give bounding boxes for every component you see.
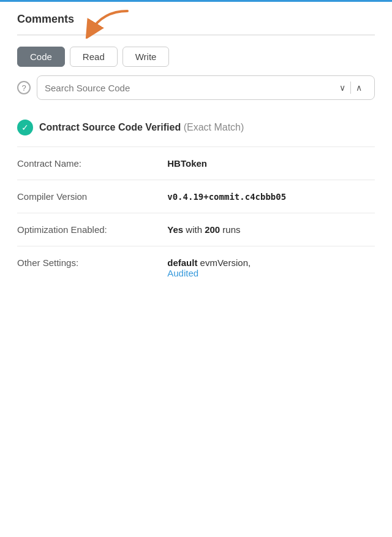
- chevron-down-button[interactable]: ∨: [334, 82, 351, 94]
- table-row-compiler: Compiler Version v0.4.19+commit.c4cbbb05: [17, 180, 375, 213]
- help-icon[interactable]: ?: [17, 81, 31, 94]
- contract-info-table: Contract Name: HBToken Compiler Version …: [17, 147, 375, 289]
- comments-title: Comments: [17, 13, 74, 26]
- search-input[interactable]: [45, 83, 334, 93]
- comments-section: Comments Code Read Write ? ∨ ∧: [0, 2, 392, 289]
- value-contract-name: HBToken: [167, 147, 375, 180]
- tab-row: Code Read Write: [17, 36, 375, 75]
- table-row-optimization: Optimization Enabled: Yes with 200 runs: [17, 213, 375, 246]
- value-compiler-version: v0.4.19+commit.c4cbbb05: [167, 180, 375, 213]
- settings-audited-link[interactable]: Audited: [167, 268, 198, 278]
- search-container: ∨ ∧: [37, 75, 375, 100]
- contract-name-value: HBToken: [167, 158, 207, 169]
- verified-row: ✓ Contract Source Code Verified (Exact M…: [17, 111, 375, 147]
- verified-label: Contract Source Code Verified: [39, 122, 181, 132]
- verified-check-icon: ✓: [17, 120, 33, 135]
- compiler-version-value: v0.4.19+commit.c4cbbb05: [167, 192, 286, 202]
- table-row-settings: Other Settings: default evmVersion, Audi…: [17, 246, 375, 290]
- verified-sub: (Exact Match): [184, 122, 244, 132]
- arrow-indicator: [85, 8, 134, 41]
- comments-header: Comments: [17, 13, 375, 36]
- label-other-settings: Other Settings:: [17, 246, 167, 290]
- search-row: ? ∨ ∧: [17, 75, 375, 111]
- optimization-runs-label: runs: [222, 224, 240, 235]
- optimization-yes: Yes: [167, 224, 183, 235]
- tab-read[interactable]: Read: [70, 47, 118, 67]
- label-compiler-version: Compiler Version: [17, 180, 167, 213]
- settings-evm: evmVersion,: [200, 257, 251, 268]
- optimization-with: with: [186, 224, 205, 235]
- value-optimization: Yes with 200 runs: [167, 213, 375, 246]
- table-row-name: Contract Name: HBToken: [17, 147, 375, 180]
- label-optimization: Optimization Enabled:: [17, 213, 167, 246]
- chevron-up-button[interactable]: ∧: [351, 82, 367, 94]
- tab-write[interactable]: Write: [123, 47, 170, 67]
- value-other-settings: default evmVersion, Audited: [167, 246, 375, 290]
- search-dividers: ∨ ∧: [334, 82, 367, 94]
- optimization-runs: 200: [205, 224, 220, 235]
- label-contract-name: Contract Name:: [17, 147, 167, 180]
- tab-code[interactable]: Code: [17, 47, 65, 67]
- verified-text-container: Contract Source Code Verified (Exact Mat…: [39, 122, 244, 133]
- settings-default: default: [167, 257, 197, 268]
